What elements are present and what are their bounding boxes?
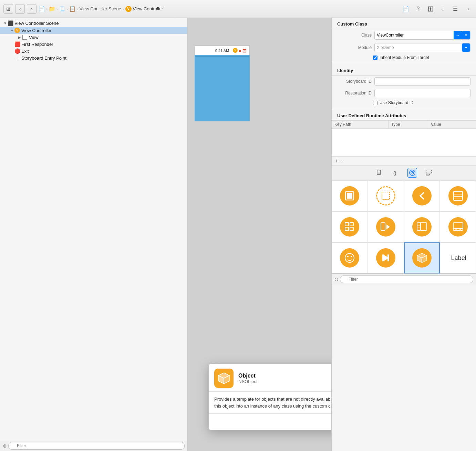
breadcrumb-file-icon: 📄 [39, 6, 45, 12]
tab-file[interactable] [374, 168, 384, 178]
restoration-id-input[interactable] [374, 89, 470, 97]
obj-lib-item-label[interactable]: Label [440, 242, 476, 273]
storyboard-entry-icon: → [14, 55, 20, 61]
tree-item-vc[interactable]: ▼ V View Controller [0, 27, 187, 34]
popup-overlay: Object NSObject Provides a template for … [208, 363, 331, 430]
view-icon [22, 34, 28, 40]
use-storyboard-id-row: Use Storyboard ID [332, 99, 476, 107]
obj-lib-item-view-dashed[interactable] [368, 180, 404, 211]
outline-filter-bar: ⊜ [0, 440, 187, 451]
view-label: View [29, 35, 39, 40]
obj-lib-collection-icon [340, 217, 359, 237]
vc-label: View Controller [21, 28, 52, 33]
class-input-combo: → ▾ [374, 31, 470, 40]
inherit-module-checkbox[interactable] [373, 56, 377, 60]
toolbar-help-button[interactable]: ? [413, 4, 423, 14]
tree-item-view[interactable]: ▶ View [0, 34, 187, 41]
svg-rect-14 [426, 170, 432, 171]
storyboard-id-input[interactable] [374, 77, 470, 86]
scene-label: View Controller Scene [14, 21, 59, 26]
svg-rect-43 [382, 254, 384, 261]
right-panel: Custom Class Class → ▾ Module [331, 18, 476, 451]
toolbar-download-button[interactable]: ↓ [438, 4, 448, 14]
obj-lib-label-text: Label [451, 254, 466, 262]
module-field: ▾ [374, 43, 470, 52]
toolbar-menu-button[interactable]: ☰ [451, 4, 460, 14]
custom-class-title: Custom Class [332, 18, 476, 29]
svg-rect-25 [350, 222, 353, 226]
svg-point-39 [345, 253, 354, 262]
tree-item-exit[interactable]: 🔴 Exit [0, 48, 187, 54]
class-add-button[interactable]: → [454, 31, 462, 39]
popup-header-text: Object NSObject [238, 373, 258, 384]
vc-toggle[interactable]: ▼ [10, 28, 14, 33]
nav-grid-button[interactable]: ⊞ [3, 4, 13, 14]
svg-point-38 [459, 229, 461, 231]
obj-lib-filter-input[interactable] [340, 275, 473, 283]
udra-title: User Defined Runtime Attributes [332, 110, 476, 121]
svg-rect-26 [345, 227, 349, 231]
svg-marker-29 [386, 224, 390, 229]
toolbar-arrow-button[interactable]: → [463, 4, 473, 14]
udra-col-keypath: Key Path [332, 121, 389, 128]
obj-lib-item-play[interactable] [368, 242, 404, 273]
nav-forward-button[interactable]: › [27, 4, 37, 14]
tab-identity[interactable] [407, 168, 417, 178]
udra-footer: + − [332, 156, 476, 166]
svg-point-41 [351, 256, 352, 257]
udra-remove-button[interactable]: − [341, 158, 344, 164]
canvas-area: 9:41 AM V ● ⊡ [188, 18, 331, 451]
device-statusbar: 9:41 AM V ● ⊡ [195, 46, 250, 55]
class-dropdown-button[interactable]: ▾ [462, 31, 470, 39]
popup-body: Provides a template for objects that are… [209, 392, 331, 413]
tree-item-storyboard-entry[interactable]: → Storyboard Entry Point [0, 54, 187, 61]
obj-lib-item-view[interactable] [332, 180, 368, 211]
outline-filter-input[interactable] [8, 442, 185, 450]
tab-code[interactable]: {} [391, 168, 401, 178]
tab-attributes[interactable] [424, 168, 434, 178]
module-row: Module ▾ [332, 41, 476, 54]
tree-item-first-responder[interactable]: 🟥 First Responder [0, 41, 187, 48]
udra-body [332, 129, 476, 156]
obj-lib-filter-icon: ⊜ [334, 277, 339, 282]
use-storyboard-id-label: Use Storyboard ID [380, 100, 414, 105]
obj-lib-item-sidebar[interactable] [404, 211, 440, 242]
use-storyboard-id-checkbox[interactable] [373, 101, 377, 105]
udra-header: Key Path Type Value [332, 121, 476, 129]
class-input[interactable] [375, 31, 454, 39]
obj-lib-item-split-view[interactable] [368, 211, 404, 242]
svg-point-37 [455, 229, 457, 231]
scene-toggle[interactable]: ▼ [3, 21, 8, 26]
breadcrumb-scene-label[interactable]: View Con...ler Scene [80, 6, 121, 11]
svg-rect-28 [381, 223, 385, 230]
svg-rect-24 [345, 222, 349, 226]
class-field: → ▾ [374, 31, 470, 40]
svg-point-13 [412, 172, 413, 173]
obj-lib-split-icon [376, 217, 395, 237]
breadcrumb-folder-icon: 📁 [49, 6, 55, 12]
storyboard-id-field [374, 77, 470, 86]
nav-back-button[interactable]: ‹ [15, 4, 25, 14]
udra-add-button[interactable]: + [335, 158, 338, 164]
module-dropdown-button[interactable]: ▾ [462, 43, 470, 52]
obj-lib-play-icon [376, 248, 395, 268]
toolbar-inspector-button[interactable]: ⊞ [426, 4, 435, 14]
obj-lib-item-bottom-bar[interactable] [440, 211, 476, 242]
module-input[interactable] [375, 43, 462, 52]
breadcrumb-vc-label[interactable]: View Controller [133, 6, 163, 11]
view-toggle[interactable]: ▶ [17, 35, 22, 40]
toolbar-doc-button[interactable]: 📄 [401, 4, 411, 14]
identity-title: Identity [332, 64, 476, 76]
obj-lib-item-table[interactable] [440, 180, 476, 211]
obj-lib-item-back[interactable] [404, 180, 440, 211]
svg-rect-44 [387, 254, 389, 261]
main-area: ▼ ⬛ View Controller Scene ▼ V View Contr… [0, 18, 476, 451]
obj-lib-item-cube[interactable] [404, 242, 440, 273]
obj-lib-table-icon [448, 186, 468, 206]
popup-subtitle: NSObject [238, 379, 258, 384]
obj-lib-view-icon [340, 186, 359, 206]
obj-lib-item-face[interactable] [332, 242, 368, 273]
obj-lib-item-collection[interactable] [332, 211, 368, 242]
svg-text:{}: {} [393, 170, 396, 176]
svg-rect-18 [347, 193, 352, 199]
